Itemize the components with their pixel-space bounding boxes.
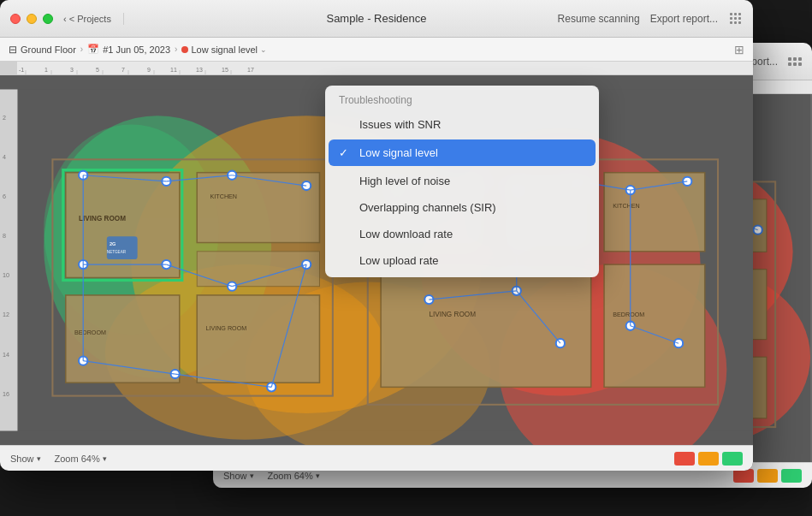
- dropdown-item-low-signal[interactable]: ✓ Low signal level: [329, 139, 596, 166]
- grid-view-icon[interactable]: [728, 11, 743, 26]
- bg-show-button[interactable]: Show ▾: [223, 471, 254, 481]
- svg-text:KITCHEN: KITCHEN: [613, 203, 639, 210]
- dropdown-item-channels[interactable]: ✓ Overlapping channels (SIR): [325, 194, 599, 221]
- svg-text:10: 10: [3, 272, 9, 279]
- snr-label: Issues with SNR: [359, 118, 441, 131]
- title-bar: ‹ < Projects Sample - Residence Resume s…: [0, 0, 753, 38]
- svg-rect-88: [0, 62, 753, 75]
- svg-text:NETGEAR: NETGEAR: [107, 250, 127, 254]
- breadcrumb-sep-2: ›: [175, 44, 177, 54]
- traffic-lights: [10, 14, 53, 24]
- filter-icon[interactable]: ⊞: [734, 43, 744, 56]
- bottom-bar: Show ▾ Zoom 64% ▾: [0, 445, 753, 471]
- svg-rect-117: [0, 89, 17, 430]
- legend-yellow: [698, 452, 719, 466]
- svg-text:BEDROOM: BEDROOM: [613, 312, 644, 319]
- low-signal-check-icon: ✓: [339, 146, 353, 159]
- back-arrow-icon: ‹: [63, 14, 67, 24]
- show-button[interactable]: Show ▾: [10, 454, 41, 464]
- main-window: ‹ < Projects Sample - Residence Resume s…: [0, 0, 753, 471]
- zoom-button[interactable]: Zoom 64% ▾: [55, 454, 107, 464]
- breadcrumb-bar: ⊟ Ground Floor › 📅 #1 Jun 05, 2023 › Low…: [0, 38, 753, 62]
- svg-text:LIVING ROOM: LIVING ROOM: [429, 311, 476, 319]
- breadcrumb-scan[interactable]: 📅 #1 Jun 05, 2023: [87, 44, 170, 55]
- noise-label: High level of noise: [359, 175, 450, 187]
- svg-rect-166: [381, 264, 591, 387]
- svg-text:KITCHEN: KITCHEN: [210, 193, 237, 200]
- svg-text:1: 1: [44, 67, 48, 73]
- svg-text:LIVING ROOM: LIVING ROOM: [79, 215, 126, 222]
- export-report-button[interactable]: Export report...: [650, 13, 718, 25]
- channels-label: Overlapping channels (SIR): [359, 201, 496, 214]
- show-label: Show: [10, 454, 34, 464]
- svg-text:6: 6: [3, 193, 6, 200]
- svg-text:12: 12: [3, 312, 9, 319]
- svg-text:16: 16: [3, 391, 9, 398]
- dropdown-item-noise[interactable]: ✓ High level of noise: [325, 168, 599, 194]
- legend-red: [674, 452, 695, 466]
- svg-text:BEDROOM: BEDROOM: [74, 329, 106, 336]
- svg-text:5: 5: [96, 67, 99, 73]
- close-button[interactable]: [10, 14, 21, 24]
- divider: [123, 13, 124, 25]
- legend: [674, 452, 743, 466]
- back-button[interactable]: ‹ < Projects: [63, 14, 111, 24]
- svg-text:4: 4: [3, 154, 6, 161]
- svg-rect-131: [197, 295, 319, 383]
- floor-icon: ⊟: [9, 44, 17, 56]
- svg-rect-167: [604, 264, 705, 387]
- svg-text:9: 9: [147, 67, 151, 73]
- title-bar-actions: Resume scanning Export report...: [558, 11, 743, 26]
- scan-icon: 📅: [87, 44, 99, 55]
- svg-text:11: 11: [170, 67, 177, 73]
- zoom-label: Zoom 64%: [55, 454, 100, 464]
- ruler-horizontal: -1 1 3 5 7 9 11 13 15 17: [0, 62, 753, 75]
- maximize-button[interactable]: [43, 14, 53, 24]
- svg-text:17: 17: [247, 67, 254, 73]
- svg-text:8: 8: [3, 233, 6, 240]
- breadcrumb-mode[interactable]: Low signal level ⌄: [181, 44, 267, 55]
- legend-yellow: [757, 469, 778, 483]
- svg-text:2G: 2G: [110, 241, 116, 246]
- breadcrumb-floor[interactable]: ⊟ Ground Floor: [9, 44, 76, 56]
- show-chevron-icon: ▾: [37, 454, 41, 463]
- mode-chevron-icon: ⌄: [260, 45, 267, 54]
- bg-zoom-button[interactable]: Zoom 64% ▾: [268, 471, 320, 481]
- svg-text:2: 2: [3, 115, 6, 122]
- svg-rect-137: [107, 236, 138, 259]
- upload-label: Low upload rate: [359, 254, 439, 267]
- svg-rect-129: [197, 173, 319, 243]
- dropdown-item-snr[interactable]: ✓ Issues with SNR: [325, 111, 599, 138]
- breadcrumb-mode-label: Low signal level: [191, 44, 258, 55]
- download-label: Low download rate: [359, 228, 453, 240]
- bg-grid-icon[interactable]: [788, 57, 802, 66]
- signal-status-dot: [181, 46, 188, 53]
- window-title: Sample - Residence: [326, 12, 426, 25]
- svg-point-146: [228, 282, 236, 291]
- svg-text:15: 15: [222, 67, 228, 73]
- svg-rect-89: [0, 62, 17, 75]
- resume-scanning-button[interactable]: Resume scanning: [558, 13, 640, 25]
- legend-green: [722, 452, 743, 466]
- svg-text:13: 13: [196, 67, 203, 73]
- svg-text:LIVING ROOM: LIVING ROOM: [205, 325, 246, 332]
- minimize-button[interactable]: [27, 14, 37, 24]
- projects-label[interactable]: < Projects: [69, 14, 111, 24]
- svg-text:7: 7: [122, 67, 125, 73]
- dropdown-item-upload[interactable]: ✓ Low upload rate: [325, 247, 599, 274]
- breadcrumb-sep-1: ›: [80, 44, 83, 54]
- svg-text:-1: -1: [19, 67, 24, 73]
- svg-text:14: 14: [3, 352, 9, 359]
- troubleshooting-dropdown: Troubleshooting ✓ Issues with SNR ✓ Low …: [325, 86, 599, 277]
- dropdown-header: Troubleshooting: [325, 86, 599, 111]
- dropdown-item-download[interactable]: ✓ Low download rate: [325, 221, 599, 247]
- zoom-chevron-icon: ▾: [103, 454, 107, 463]
- svg-text:3: 3: [70, 67, 74, 73]
- legend-green: [781, 469, 802, 483]
- low-signal-label: Low signal level: [359, 146, 438, 159]
